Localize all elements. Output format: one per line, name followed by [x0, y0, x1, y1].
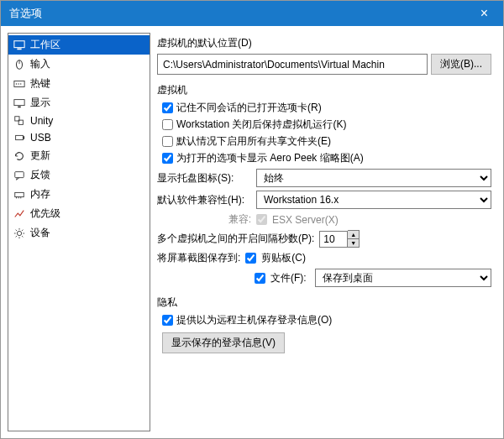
chart-icon: [13, 208, 25, 220]
sidebar-item-memory[interactable]: 内存: [8, 185, 150, 204]
sidebar-item-label: 设备: [30, 226, 50, 240]
svg-rect-4: [14, 81, 24, 86]
privacy-title: 隐私: [157, 295, 491, 310]
compat-check-label: 兼容:: [157, 212, 251, 227]
titlebar: 首选项 ×: [1, 1, 503, 26]
sidebar-item-display[interactable]: 显示: [8, 93, 150, 112]
delay-row: 多个虚拟机之间的开启间隔秒数(P): ▲▼: [157, 230, 491, 248]
vm-group-title: 虚拟机: [157, 83, 491, 97]
remember-tabs-checkbox[interactable]: [162, 102, 173, 113]
keep-running-row[interactable]: Workstation 关闭后保持虚拟机运行(K): [162, 118, 491, 132]
file-label: 文件(F):: [270, 271, 307, 285]
compat-label: 默认软件兼容性(H):: [157, 193, 251, 207]
svg-point-19: [17, 231, 21, 235]
chat-icon: [13, 170, 25, 181]
esx-row: 兼容: ESX Server(X): [157, 212, 491, 227]
tray-icon-label: 显示托盘图标(S):: [157, 171, 251, 186]
clipboard-label: 剪贴板(C): [261, 251, 306, 265]
browse-button[interactable]: 浏览(B)...: [431, 54, 491, 75]
remember-tabs-label: 记住不同会话的已打开选项卡(R): [176, 101, 322, 115]
offer-save-checkbox[interactable]: [162, 315, 173, 326]
esx-label: ESX Server(X): [272, 214, 339, 226]
keep-running-checkbox[interactable]: [162, 119, 173, 130]
tray-icon-select[interactable]: 始终: [256, 169, 491, 187]
dialog-body: 工作区 输入 热键 显示 Unity USB 更新 反馈: [1, 26, 503, 438]
sidebar-item-input[interactable]: 输入: [8, 55, 150, 74]
default-location-title: 虚拟机的默认位置(D): [157, 36, 491, 50]
svg-rect-15: [15, 192, 24, 196]
sidebar-item-label: 反馈: [30, 168, 50, 182]
remember-tabs-row[interactable]: 记住不同会话的已打开选项卡(R): [162, 101, 491, 115]
unity-icon: [13, 115, 25, 127]
show-saved-button[interactable]: 显示保存的登录信息(V): [162, 332, 285, 353]
sidebar-item-label: 优先级: [30, 206, 60, 221]
sidebar-item-feedback[interactable]: 反馈: [8, 165, 150, 185]
sidebar-item-devices[interactable]: 设备: [8, 223, 150, 243]
offer-save-row[interactable]: 提供以为远程主机保存登录信息(O): [162, 313, 491, 327]
sidebar-item-usb[interactable]: USB: [8, 129, 150, 146]
svg-rect-8: [14, 99, 24, 105]
svg-rect-12: [16, 135, 24, 139]
compat-select[interactable]: Workstation 16.x: [256, 191, 491, 209]
monitor-icon: [13, 39, 25, 51]
memory-icon: [13, 189, 25, 201]
gear-icon: [13, 227, 25, 239]
svg-rect-1: [17, 48, 21, 50]
clipboard-checkbox[interactable]: [245, 253, 256, 264]
aero-peek-row[interactable]: 为打开的选项卡显示 Aero Peek 缩略图(A): [162, 151, 491, 165]
sidebar-item-label: 热键: [30, 76, 50, 91]
sidebar-item-updates[interactable]: 更新: [8, 146, 150, 165]
sidebar-item-unity[interactable]: Unity: [8, 112, 150, 129]
keyboard-icon: [13, 78, 25, 90]
svg-point-6: [18, 83, 18, 84]
settings-panel: 虚拟机的默认位置(D) 浏览(B)... 虚拟机 记住不同会话的已打开选项卡(R…: [157, 33, 496, 431]
refresh-icon: [13, 150, 25, 162]
keep-running-label: Workstation 关闭后保持虚拟机运行(K): [176, 118, 346, 132]
sidebar-item-label: USB: [30, 132, 51, 144]
sidebar-item-label: 显示: [30, 96, 50, 110]
svg-point-7: [20, 83, 21, 84]
tray-icon-row: 显示托盘图标(S): 始终: [157, 169, 491, 187]
sidebar-item-label: Unity: [30, 115, 53, 127]
group-vm: 虚拟机 记住不同会话的已打开选项卡(R) Workstation 关闭后保持虚拟…: [157, 83, 491, 287]
group-privacy: 隐私 提供以为远程主机保存登录信息(O) 显示保存的登录信息(V): [157, 295, 491, 353]
svg-rect-13: [23, 136, 24, 139]
sidebar-item-label: 内存: [30, 187, 50, 201]
sidebar-item-label: 输入: [30, 57, 50, 71]
svg-rect-14: [15, 171, 24, 177]
default-location-input[interactable]: [157, 54, 428, 75]
enable-shared-checkbox[interactable]: [162, 136, 173, 147]
delay-label: 多个虚拟机之间的开启间隔秒数(P):: [157, 232, 314, 246]
offer-save-label: 提供以为远程主机保存登录信息(O): [176, 313, 332, 327]
svg-rect-0: [14, 40, 24, 47]
spinner-down-icon[interactable]: ▼: [348, 239, 359, 247]
group-default-location: 虚拟机的默认位置(D) 浏览(B)...: [157, 36, 491, 75]
sidebar-item-hotkeys[interactable]: 热键: [8, 74, 150, 93]
category-sidebar: 工作区 输入 热键 显示 Unity USB 更新 反馈: [8, 33, 150, 431]
delay-spinner[interactable]: ▲▼: [319, 230, 360, 248]
esx-checkbox: [256, 214, 267, 225]
spinner-up-icon[interactable]: ▲: [348, 231, 359, 239]
aero-peek-label: 为打开的选项卡显示 Aero Peek 缩略图(A): [176, 151, 364, 165]
enable-shared-row[interactable]: 默认情况下启用所有共享文件夹(E): [162, 134, 491, 149]
sidebar-item-label: 工作区: [30, 38, 60, 52]
screenshot-file-row: 文件(F): 保存到桌面: [255, 269, 491, 287]
window-title: 首选项: [9, 6, 42, 21]
close-icon[interactable]: ×: [474, 6, 495, 21]
mouse-icon: [13, 59, 25, 71]
sidebar-item-priority[interactable]: 优先级: [8, 204, 150, 223]
file-location-select[interactable]: 保存到桌面: [315, 269, 491, 287]
usb-icon: [13, 132, 25, 144]
enable-shared-label: 默认情况下启用所有共享文件夹(E): [176, 134, 331, 149]
svg-point-5: [16, 83, 17, 84]
sidebar-item-workspace[interactable]: 工作区: [8, 35, 150, 55]
compat-row: 默认软件兼容性(H): Workstation 16.x: [157, 191, 491, 209]
display-icon: [13, 97, 25, 109]
sidebar-item-label: 更新: [30, 149, 50, 163]
screenshot-row: 将屏幕截图保存到: 剪贴板(C): [157, 251, 491, 265]
screenshot-label: 将屏幕截图保存到:: [157, 251, 240, 265]
file-checkbox[interactable]: [255, 273, 265, 284]
aero-peek-checkbox[interactable]: [162, 153, 173, 164]
delay-input[interactable]: [319, 231, 348, 248]
